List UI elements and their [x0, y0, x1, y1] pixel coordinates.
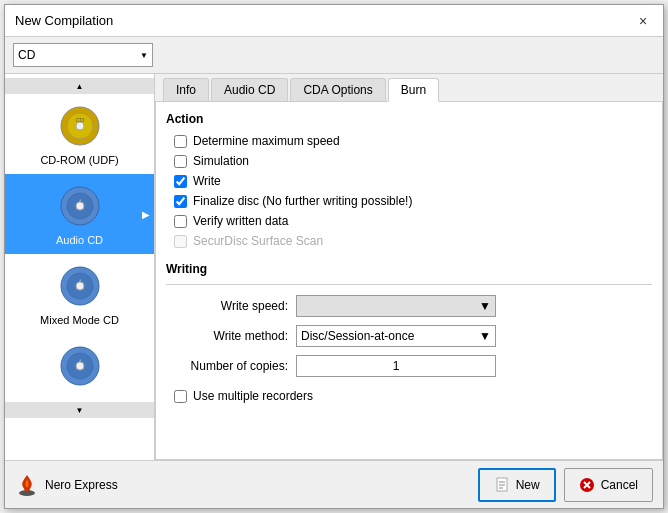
- cdrom-udf-icon: CD: [56, 102, 104, 150]
- finalize-disc-checkbox[interactable]: [174, 195, 187, 208]
- disc-type-dropdown[interactable]: CD ▼: [13, 43, 153, 67]
- sidebar-arrow-icon: ▶: [142, 209, 150, 220]
- cancel-button-icon: [579, 477, 595, 493]
- tab-info[interactable]: Info: [163, 78, 209, 101]
- nero-flame-icon: [15, 473, 39, 497]
- right-panel: Info Audio CD CDA Options Burn Action: [155, 74, 663, 460]
- svg-point-14: [76, 362, 84, 370]
- extra-icon: ♪: [56, 342, 104, 390]
- simulation-checkbox[interactable]: [174, 155, 187, 168]
- simulation-label: Simulation: [193, 154, 249, 168]
- sidebar-item-cdrom-udf[interactable]: CD CD-ROM (UDF): [5, 94, 154, 174]
- securdisc-label: SecurDisc Surface Scan: [193, 234, 323, 248]
- new-button-icon: [494, 477, 510, 493]
- sidebar-item-extra[interactable]: ♪: [5, 334, 154, 402]
- write-speed-label: Write speed:: [166, 299, 296, 313]
- num-copies-input[interactable]: [301, 359, 491, 373]
- write-method-dropdown[interactable]: Disc/Session-at-once ▼: [296, 325, 496, 347]
- tab-cda-options[interactable]: CDA Options: [290, 78, 385, 101]
- dialog-body: CD ▼ ▲ CD CD-ROM: [5, 37, 663, 508]
- determine-max-speed-row: Determine maximum speed: [174, 134, 652, 148]
- verify-data-row: Verify written data: [174, 214, 652, 228]
- bottom-buttons: New Cancel: [478, 468, 653, 502]
- write-method-label: Write method:: [166, 329, 296, 343]
- securdisc-checkbox: [174, 235, 187, 248]
- writing-divider: [166, 284, 652, 285]
- use-multiple-recorders-row: Use multiple recorders: [174, 389, 652, 403]
- dialog-title: New Compilation: [15, 13, 113, 28]
- writing-section-title: Writing: [166, 262, 652, 276]
- write-method-row: Write method: Disc/Session-at-once ▼: [166, 325, 652, 347]
- action-section-title: Action: [166, 112, 652, 126]
- verify-data-checkbox[interactable]: [174, 215, 187, 228]
- cancel-button-label: Cancel: [601, 478, 638, 492]
- use-multiple-recorders-checkbox[interactable]: [174, 390, 187, 403]
- sidebar-item-audio-cd[interactable]: ♪ Audio CD ▶: [5, 174, 154, 254]
- tab-burn[interactable]: Burn: [388, 78, 439, 102]
- tab-audio-cd[interactable]: Audio CD: [211, 78, 288, 101]
- cancel-button[interactable]: Cancel: [564, 468, 653, 502]
- new-button-label: New: [516, 478, 540, 492]
- content-area: ▲ CD CD-ROM (UDF): [5, 74, 663, 460]
- nero-brand-label: Nero Express: [45, 478, 118, 492]
- mixed-mode-cd-icon: ♪: [56, 262, 104, 310]
- cdrom-udf-label: CD-ROM (UDF): [40, 154, 118, 166]
- finalize-disc-row: Finalize disc (No further writing possib…: [174, 194, 652, 208]
- burn-tab-content: Action Determine maximum speed Simulatio…: [155, 102, 663, 460]
- svg-point-10: [76, 282, 84, 290]
- writing-section: Writing Write speed: ▼ Write: [166, 262, 652, 377]
- write-method-value: Disc/Session-at-once: [301, 329, 414, 343]
- write-speed-arrow-icon: ▼: [479, 299, 491, 313]
- simulation-row: Simulation: [174, 154, 652, 168]
- verify-data-label: Verify written data: [193, 214, 288, 228]
- title-bar: New Compilation ×: [5, 5, 663, 37]
- num-copies-label: Number of copies:: [166, 359, 296, 373]
- mixed-mode-cd-label: Mixed Mode CD: [40, 314, 119, 326]
- audio-cd-icon: ♪: [56, 182, 104, 230]
- sidebar: ▲ CD CD-ROM (UDF): [5, 74, 155, 460]
- finalize-disc-label: Finalize disc (No further writing possib…: [193, 194, 412, 208]
- sidebar-item-mixed-mode-cd[interactable]: ♪ Mixed Mode CD: [5, 254, 154, 334]
- num-copies-row: Number of copies:: [166, 355, 652, 377]
- nero-logo: Nero Express: [15, 473, 118, 497]
- determine-max-speed-checkbox[interactable]: [174, 135, 187, 148]
- tabs: Info Audio CD CDA Options Burn: [155, 74, 663, 102]
- top-bar: CD ▼: [5, 37, 663, 74]
- disc-type-value: CD: [18, 48, 35, 62]
- dropdown-arrow-icon: ▼: [140, 51, 148, 60]
- new-button[interactable]: New: [478, 468, 556, 502]
- write-label: Write: [193, 174, 221, 188]
- write-checkbox[interactable]: [174, 175, 187, 188]
- sidebar-scroll-up[interactable]: ▲: [5, 78, 154, 94]
- sidebar-scroll-down[interactable]: ▼: [5, 402, 154, 418]
- write-speed-row: Write speed: ▼: [166, 295, 652, 317]
- new-compilation-dialog: New Compilation × CD ▼ ▲: [4, 4, 664, 509]
- write-speed-dropdown[interactable]: ▼: [296, 295, 496, 317]
- write-row: Write: [174, 174, 652, 188]
- close-button[interactable]: ×: [633, 11, 653, 31]
- determine-max-speed-label: Determine maximum speed: [193, 134, 340, 148]
- audio-cd-label: Audio CD: [56, 234, 103, 246]
- svg-text:CD: CD: [75, 117, 84, 123]
- num-copies-field[interactable]: [296, 355, 496, 377]
- use-multiple-recorders-label: Use multiple recorders: [193, 389, 313, 403]
- write-method-arrow-icon: ▼: [479, 329, 491, 343]
- bottom-bar: Nero Express New: [5, 460, 663, 508]
- securdisc-row: SecurDisc Surface Scan: [174, 234, 652, 248]
- svg-point-2: [76, 122, 84, 130]
- svg-point-6: [76, 202, 84, 210]
